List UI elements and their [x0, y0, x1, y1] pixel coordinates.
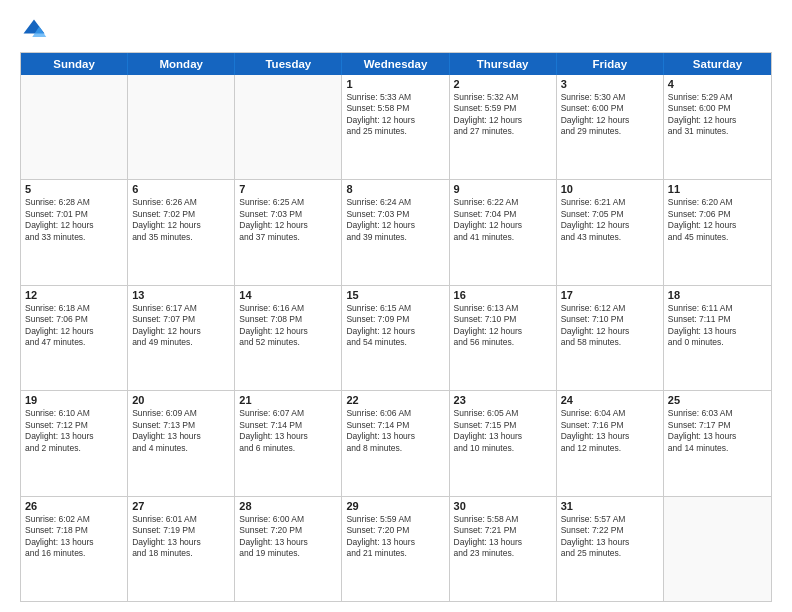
logo-icon — [20, 16, 48, 44]
logo — [20, 16, 52, 44]
day-number: 4 — [668, 78, 767, 90]
day-number: 21 — [239, 394, 337, 406]
cal-header-friday: Friday — [557, 53, 664, 75]
cal-header-wednesday: Wednesday — [342, 53, 449, 75]
cal-week-3: 12Sunrise: 6:18 AM Sunset: 7:06 PM Dayli… — [21, 285, 771, 390]
day-info: Sunrise: 6:00 AM Sunset: 7:20 PM Dayligh… — [239, 514, 337, 560]
cal-cell: 16Sunrise: 6:13 AM Sunset: 7:10 PM Dayli… — [450, 286, 557, 390]
day-number: 29 — [346, 500, 444, 512]
cal-cell: 22Sunrise: 6:06 AM Sunset: 7:14 PM Dayli… — [342, 391, 449, 495]
day-number: 16 — [454, 289, 552, 301]
day-number: 22 — [346, 394, 444, 406]
cal-cell: 13Sunrise: 6:17 AM Sunset: 7:07 PM Dayli… — [128, 286, 235, 390]
cal-header-sunday: Sunday — [21, 53, 128, 75]
day-number: 18 — [668, 289, 767, 301]
day-info: Sunrise: 5:32 AM Sunset: 5:59 PM Dayligh… — [454, 92, 552, 138]
cal-cell: 31Sunrise: 5:57 AM Sunset: 7:22 PM Dayli… — [557, 497, 664, 601]
cal-cell: 3Sunrise: 5:30 AM Sunset: 6:00 PM Daylig… — [557, 75, 664, 179]
day-number: 20 — [132, 394, 230, 406]
day-number: 5 — [25, 183, 123, 195]
cal-cell: 27Sunrise: 6:01 AM Sunset: 7:19 PM Dayli… — [128, 497, 235, 601]
day-info: Sunrise: 6:09 AM Sunset: 7:13 PM Dayligh… — [132, 408, 230, 454]
cal-cell — [235, 75, 342, 179]
cal-header-monday: Monday — [128, 53, 235, 75]
day-info: Sunrise: 6:16 AM Sunset: 7:08 PM Dayligh… — [239, 303, 337, 349]
day-number: 24 — [561, 394, 659, 406]
cal-cell: 8Sunrise: 6:24 AM Sunset: 7:03 PM Daylig… — [342, 180, 449, 284]
cal-cell: 24Sunrise: 6:04 AM Sunset: 7:16 PM Dayli… — [557, 391, 664, 495]
day-info: Sunrise: 6:03 AM Sunset: 7:17 PM Dayligh… — [668, 408, 767, 454]
day-info: Sunrise: 6:12 AM Sunset: 7:10 PM Dayligh… — [561, 303, 659, 349]
day-number: 15 — [346, 289, 444, 301]
day-info: Sunrise: 6:22 AM Sunset: 7:04 PM Dayligh… — [454, 197, 552, 243]
cal-week-2: 5Sunrise: 6:28 AM Sunset: 7:01 PM Daylig… — [21, 179, 771, 284]
day-info: Sunrise: 6:02 AM Sunset: 7:18 PM Dayligh… — [25, 514, 123, 560]
day-number: 11 — [668, 183, 767, 195]
cal-cell — [664, 497, 771, 601]
day-number: 31 — [561, 500, 659, 512]
day-info: Sunrise: 6:05 AM Sunset: 7:15 PM Dayligh… — [454, 408, 552, 454]
day-number: 1 — [346, 78, 444, 90]
day-number: 10 — [561, 183, 659, 195]
cal-cell: 9Sunrise: 6:22 AM Sunset: 7:04 PM Daylig… — [450, 180, 557, 284]
day-number: 27 — [132, 500, 230, 512]
cal-week-5: 26Sunrise: 6:02 AM Sunset: 7:18 PM Dayli… — [21, 496, 771, 601]
day-info: Sunrise: 6:06 AM Sunset: 7:14 PM Dayligh… — [346, 408, 444, 454]
cal-cell: 5Sunrise: 6:28 AM Sunset: 7:01 PM Daylig… — [21, 180, 128, 284]
cal-cell: 19Sunrise: 6:10 AM Sunset: 7:12 PM Dayli… — [21, 391, 128, 495]
day-info: Sunrise: 5:59 AM Sunset: 7:20 PM Dayligh… — [346, 514, 444, 560]
day-info: Sunrise: 6:18 AM Sunset: 7:06 PM Dayligh… — [25, 303, 123, 349]
day-info: Sunrise: 5:33 AM Sunset: 5:58 PM Dayligh… — [346, 92, 444, 138]
day-number: 19 — [25, 394, 123, 406]
day-info: Sunrise: 6:13 AM Sunset: 7:10 PM Dayligh… — [454, 303, 552, 349]
cal-cell: 28Sunrise: 6:00 AM Sunset: 7:20 PM Dayli… — [235, 497, 342, 601]
day-info: Sunrise: 6:04 AM Sunset: 7:16 PM Dayligh… — [561, 408, 659, 454]
cal-cell: 26Sunrise: 6:02 AM Sunset: 7:18 PM Dayli… — [21, 497, 128, 601]
day-info: Sunrise: 5:29 AM Sunset: 6:00 PM Dayligh… — [668, 92, 767, 138]
day-info: Sunrise: 5:58 AM Sunset: 7:21 PM Dayligh… — [454, 514, 552, 560]
day-number: 14 — [239, 289, 337, 301]
cal-cell: 12Sunrise: 6:18 AM Sunset: 7:06 PM Dayli… — [21, 286, 128, 390]
day-info: Sunrise: 6:17 AM Sunset: 7:07 PM Dayligh… — [132, 303, 230, 349]
day-number: 26 — [25, 500, 123, 512]
day-info: Sunrise: 6:01 AM Sunset: 7:19 PM Dayligh… — [132, 514, 230, 560]
cal-cell: 17Sunrise: 6:12 AM Sunset: 7:10 PM Dayli… — [557, 286, 664, 390]
day-number: 25 — [668, 394, 767, 406]
calendar-body: 1Sunrise: 5:33 AM Sunset: 5:58 PM Daylig… — [21, 75, 771, 601]
cal-cell: 10Sunrise: 6:21 AM Sunset: 7:05 PM Dayli… — [557, 180, 664, 284]
day-info: Sunrise: 6:11 AM Sunset: 7:11 PM Dayligh… — [668, 303, 767, 349]
day-number: 2 — [454, 78, 552, 90]
cal-cell — [21, 75, 128, 179]
day-number: 17 — [561, 289, 659, 301]
cal-header-saturday: Saturday — [664, 53, 771, 75]
cal-cell: 11Sunrise: 6:20 AM Sunset: 7:06 PM Dayli… — [664, 180, 771, 284]
day-info: Sunrise: 5:30 AM Sunset: 6:00 PM Dayligh… — [561, 92, 659, 138]
cal-cell: 18Sunrise: 6:11 AM Sunset: 7:11 PM Dayli… — [664, 286, 771, 390]
day-info: Sunrise: 6:10 AM Sunset: 7:12 PM Dayligh… — [25, 408, 123, 454]
day-info: Sunrise: 6:21 AM Sunset: 7:05 PM Dayligh… — [561, 197, 659, 243]
day-number: 6 — [132, 183, 230, 195]
day-info: Sunrise: 6:25 AM Sunset: 7:03 PM Dayligh… — [239, 197, 337, 243]
cal-cell: 14Sunrise: 6:16 AM Sunset: 7:08 PM Dayli… — [235, 286, 342, 390]
day-number: 8 — [346, 183, 444, 195]
day-info: Sunrise: 5:57 AM Sunset: 7:22 PM Dayligh… — [561, 514, 659, 560]
cal-cell: 7Sunrise: 6:25 AM Sunset: 7:03 PM Daylig… — [235, 180, 342, 284]
cal-cell: 1Sunrise: 5:33 AM Sunset: 5:58 PM Daylig… — [342, 75, 449, 179]
day-number: 7 — [239, 183, 337, 195]
cal-week-4: 19Sunrise: 6:10 AM Sunset: 7:12 PM Dayli… — [21, 390, 771, 495]
day-info: Sunrise: 6:20 AM Sunset: 7:06 PM Dayligh… — [668, 197, 767, 243]
calendar-header-row: SundayMondayTuesdayWednesdayThursdayFrid… — [21, 53, 771, 75]
cal-cell: 4Sunrise: 5:29 AM Sunset: 6:00 PM Daylig… — [664, 75, 771, 179]
cal-cell — [128, 75, 235, 179]
day-info: Sunrise: 6:15 AM Sunset: 7:09 PM Dayligh… — [346, 303, 444, 349]
cal-cell: 20Sunrise: 6:09 AM Sunset: 7:13 PM Dayli… — [128, 391, 235, 495]
day-info: Sunrise: 6:07 AM Sunset: 7:14 PM Dayligh… — [239, 408, 337, 454]
day-info: Sunrise: 6:28 AM Sunset: 7:01 PM Dayligh… — [25, 197, 123, 243]
cal-cell: 25Sunrise: 6:03 AM Sunset: 7:17 PM Dayli… — [664, 391, 771, 495]
day-number: 9 — [454, 183, 552, 195]
calendar: SundayMondayTuesdayWednesdayThursdayFrid… — [20, 52, 772, 602]
day-number: 3 — [561, 78, 659, 90]
cal-cell: 6Sunrise: 6:26 AM Sunset: 7:02 PM Daylig… — [128, 180, 235, 284]
cal-week-1: 1Sunrise: 5:33 AM Sunset: 5:58 PM Daylig… — [21, 75, 771, 179]
day-number: 12 — [25, 289, 123, 301]
